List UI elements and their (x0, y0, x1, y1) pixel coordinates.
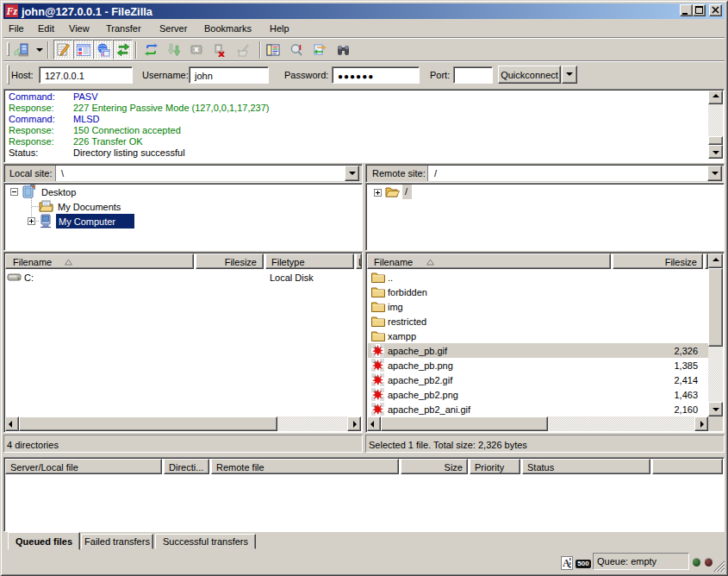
svg-text:Fz: Fz (6, 5, 18, 17)
